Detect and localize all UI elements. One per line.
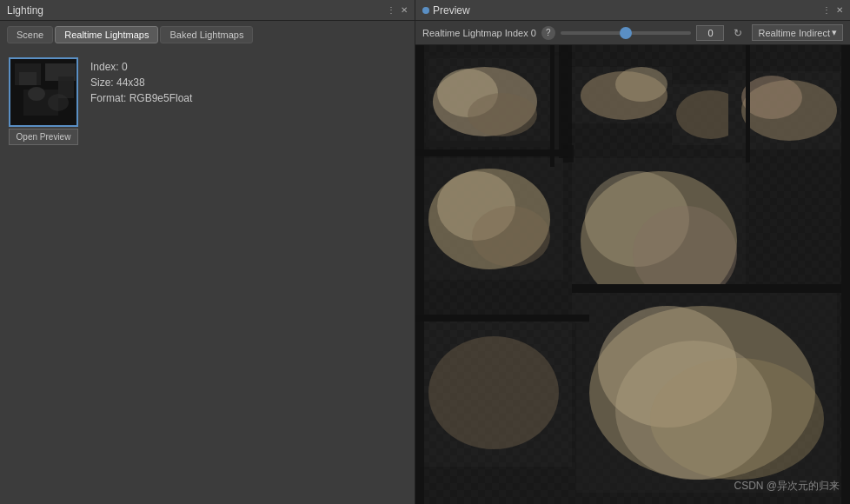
lightmap-format: Format: RGB9e5Float — [90, 92, 192, 104]
lighting-tabs: Scene Realtime Lightmaps Baked Lightmaps — [0, 21, 415, 49]
svg-point-36 — [472, 206, 550, 267]
lightmap-thumbnail-container: Open Preview — [9, 57, 78, 145]
tab-realtime-lightmaps[interactable]: Realtime Lightmaps — [55, 26, 158, 43]
preview-controls: Realtime Lightmap Index 0 ? ↻ Realtime I… — [415, 21, 850, 45]
lighting-titlebar-icons: ⋮ ✕ — [387, 5, 408, 15]
preview-titlebar-icons: ⋮ ✕ — [822, 5, 843, 15]
lightmap-size: Size: 44x38 — [90, 76, 192, 89]
svg-point-7 — [48, 94, 69, 111]
help-icon[interactable]: ? — [541, 26, 555, 40]
svg-rect-53 — [559, 45, 572, 158]
dropdown-label: Realtime Indirect — [758, 28, 830, 38]
svg-rect-56 — [415, 149, 572, 156]
svg-rect-59 — [746, 45, 750, 162]
slider-container — [561, 31, 692, 35]
svg-point-50 — [615, 341, 772, 480]
svg-rect-4 — [19, 72, 37, 85]
lighting-content: Open Preview Index: 0 Size: 44x38 Format… — [0, 49, 415, 504]
svg-rect-51 — [415, 45, 424, 504]
display-mode-dropdown[interactable]: Realtime Indirect ▾ — [752, 24, 843, 41]
tab-scene[interactable]: Scene — [7, 26, 53, 43]
lighting-menu-icon[interactable]: ⋮ — [387, 5, 395, 15]
preview-menu-icon[interactable]: ⋮ — [822, 5, 831, 15]
svg-point-31 — [741, 76, 802, 119]
lightmap-info: Index: 0 Size: 44x38 Format: RGB9e5Float — [90, 57, 192, 104]
lighting-title: Lighting — [7, 4, 383, 17]
svg-point-44 — [428, 336, 559, 449]
preview-titlebar: Preview ⋮ ✕ — [415, 0, 850, 21]
lighting-close-icon[interactable]: ✕ — [401, 5, 408, 15]
svg-rect-52 — [841, 45, 850, 504]
svg-rect-57 — [415, 315, 589, 322]
svg-rect-58 — [572, 284, 841, 293]
preview-panel: Preview ⋮ ✕ Realtime Lightmap Index 0 ? … — [415, 0, 850, 504]
svg-point-6 — [28, 87, 45, 101]
preview-lightmap-label: Realtime Lightmap Index 0 — [422, 28, 536, 38]
slider-value-input[interactable] — [696, 25, 724, 41]
lighting-panel: Lighting ⋮ ✕ Scene Realtime Lightmaps Ba… — [0, 0, 415, 504]
svg-point-24 — [615, 67, 667, 102]
lighting-titlebar: Lighting ⋮ ✕ — [0, 0, 415, 21]
lightmap-thumbnail — [9, 57, 78, 127]
watermark: CSDN @异次元的归来 — [734, 479, 840, 494]
slider-thumb[interactable] — [620, 27, 632, 39]
chevron-down-icon: ▾ — [832, 27, 837, 38]
preview-dot-icon — [422, 7, 429, 14]
preview-close-icon[interactable]: ✕ — [836, 5, 843, 15]
preview-title: Preview — [433, 4, 819, 17]
preview-viewport: CSDN @异次元的归来 — [415, 45, 850, 504]
open-preview-button[interactable]: Open Preview — [9, 129, 78, 145]
slider-track[interactable] — [561, 31, 692, 35]
lightmap-index: Index: 0 — [90, 61, 192, 73]
tab-baked-lightmaps[interactable]: Baked Lightmaps — [160, 26, 253, 43]
svg-rect-20 — [428, 58, 554, 141]
svg-rect-55 — [550, 45, 554, 167]
reload-icon-btn[interactable]: ↻ — [729, 24, 747, 42]
